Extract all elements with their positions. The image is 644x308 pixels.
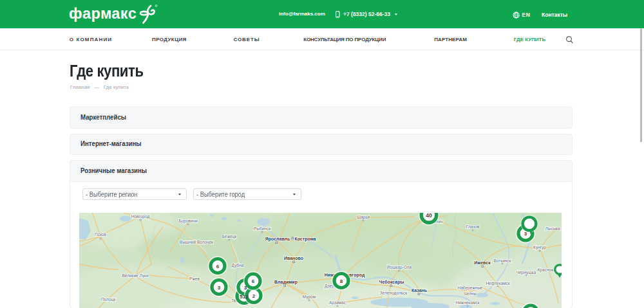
svg-text:Иваново: Иваново bbox=[284, 256, 303, 260]
svg-text:Казань: Казань bbox=[412, 288, 428, 293]
svg-text:Рыбинск: Рыбинск bbox=[254, 226, 270, 231]
svg-text:Воткинск: Воткинск bbox=[494, 258, 511, 263]
svg-text:Ярославль: Ярославль bbox=[265, 237, 290, 242]
svg-text:Набережные: Набережные bbox=[458, 285, 483, 291]
svg-text:Лысьва: Лысьва bbox=[545, 226, 560, 231]
svg-text:Шарья: Шарья bbox=[357, 215, 370, 220]
svg-text:Ижевск: Ижевск bbox=[474, 260, 491, 265]
svg-text:Челны: Челны bbox=[464, 291, 477, 296]
svg-text:Владимир: Владимир bbox=[274, 280, 298, 285]
svg-text:Нижнекамск: Нижнекамск bbox=[455, 300, 479, 305]
svg-text:Зеленодольск: Зеленодольск bbox=[380, 291, 407, 296]
svg-text:Арзамас: Арзамас bbox=[329, 300, 346, 305]
svg-text:Вышний Волочек: Вышний Волочек bbox=[180, 240, 213, 244]
svg-text:Чебоксары: Чебоксары bbox=[379, 280, 404, 285]
svg-text:40: 40 bbox=[426, 213, 432, 219]
svg-text:Дубна: Дубна bbox=[232, 263, 244, 268]
svg-text:Бежецк: Бежецк bbox=[222, 234, 236, 239]
svg-text:Ржев: Ржев bbox=[189, 276, 200, 281]
svg-text:Муром: Муром bbox=[303, 294, 316, 300]
svg-text:2: 2 bbox=[252, 293, 256, 299]
svg-text:Псков: Псков bbox=[95, 232, 106, 237]
svg-text:8: 8 bbox=[340, 278, 343, 284]
svg-text:Кунгур: Кунгур bbox=[533, 245, 546, 250]
svg-text:6: 6 bbox=[216, 264, 220, 269]
svg-text:3: 3 bbox=[218, 285, 221, 291]
svg-text:Глазов: Глазов bbox=[466, 224, 480, 229]
svg-text:Новгород: Новгород bbox=[131, 214, 150, 219]
svg-text:Йошкар-Ола: Йошкар-Ола bbox=[387, 264, 412, 270]
svg-text:Кострома: Кострома bbox=[294, 237, 316, 242]
svg-text:Боровичи: Боровичи bbox=[178, 219, 198, 224]
svg-text:3: 3 bbox=[524, 231, 527, 237]
svg-text:512: 512 bbox=[240, 294, 249, 300]
svg-text:Великие Луки: Великие Луки bbox=[122, 273, 148, 278]
svg-text:6: 6 bbox=[252, 278, 255, 284]
svg-text:Полоцк: Полоцк bbox=[101, 297, 115, 302]
svg-text:3: 3 bbox=[244, 285, 247, 291]
